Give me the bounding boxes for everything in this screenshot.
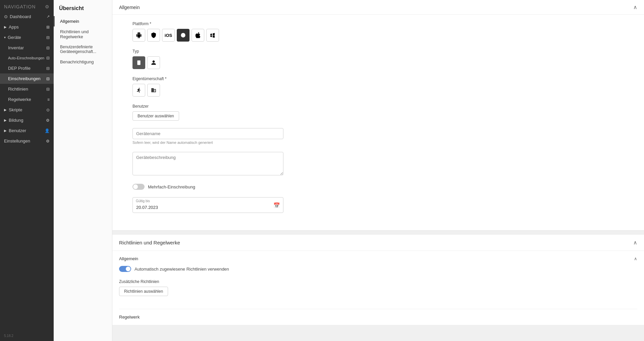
sidebar: NAVIGATION ⚙ ⊙ Dashboard ↗ ▶ Apps ⊞ ▾ Ge… — [0, 0, 54, 341]
sidebar-item-auto-einschreibungen[interactable]: Auto-Einschreibungen ⊟ — [0, 53, 54, 63]
richtlinien-allgemein-subsection: Allgemein ∧ Automatisch zugewiesene Rich… — [112, 251, 644, 309]
sidebar-item-dep-profile[interactable]: DEP Profile ⊟ — [0, 63, 54, 73]
bildung-icon: ⚙ — [46, 118, 50, 123]
platform-android-btn[interactable] — [132, 29, 145, 42]
platform-group: Plattform * iOS — [132, 21, 624, 42]
overview-nav-richtlinien[interactable]: Richtlinien und Regelwerke — [54, 26, 112, 42]
sidebar-item-skripte[interactable]: ▶ Skripte ⊙ — [0, 105, 54, 115]
auto-einschreibungen-icon: ⊟ — [46, 56, 50, 60]
zusaetzliche-group: Zusätzliche Richtlinien Richtlinien ausw… — [119, 279, 637, 296]
platform-ios-btn[interactable]: iOS — [162, 29, 175, 42]
mehrfach-group: Mehrfach-Einschreibung — [132, 184, 624, 190]
bildung-chevron-icon: ▶ — [4, 118, 7, 122]
apps-grid-icon: ⊞ — [46, 25, 50, 30]
automatisch-toggle[interactable] — [119, 266, 131, 272]
geraetename-hint: Sofern leer, wird der Name automatisch g… — [132, 140, 624, 145]
benutzer-select-btn[interactable]: Benutzer auswählen — [132, 111, 179, 121]
einschreibungen-icon: ⊟ — [46, 76, 50, 81]
richtlinien-section-header: Richtlinien und Regelwerke ∧ — [112, 235, 644, 251]
geraetename-group: Sofern leer, wird der Name automatisch g… — [132, 128, 624, 145]
gueltig-bis-input[interactable] — [132, 197, 283, 213]
gueltig-bis-label: Gültig bis — [136, 199, 150, 203]
skripte-icon: ⊙ — [46, 108, 50, 112]
richtlinien-section-title: Richtlinien und Regelwerke — [119, 240, 180, 245]
allgemein-section-header: Allgemein ∧ — [112, 0, 644, 15]
calendar-icon[interactable]: 📅 — [273, 202, 280, 208]
richtlinien-allgemein-chevron[interactable]: ∧ — [634, 256, 637, 261]
benutzer-group: Benutzer Benutzer auswählen — [132, 104, 624, 121]
sidebar-item-richtlinien[interactable]: Richtlinien ⊟ — [0, 84, 54, 94]
type-device-btn[interactable] — [132, 56, 145, 69]
geraetename-input[interactable] — [132, 128, 283, 139]
typ-group: Typ — [132, 49, 624, 69]
version-label: 5.18.2 — [0, 331, 54, 341]
benutzer-icon: 👤 — [45, 128, 50, 133]
einstellungen-icon: ⚙ — [46, 139, 50, 144]
benutzer-group-label: Benutzer — [132, 104, 624, 109]
content-area: Allgemein ∧ Plattform * — [112, 0, 644, 341]
inventar-icon: ⊟ — [46, 46, 50, 50]
regelwerk-section: Regelwerk — [112, 309, 644, 325]
richtlinien-select-btn[interactable]: Richtlinien auswählen — [119, 287, 168, 296]
dep-profile-icon: ⊟ — [46, 66, 50, 71]
section-gap — [112, 231, 644, 235]
overview-nav-benutzerdefined[interactable]: Benutzerdefinierte Geräteeigenschaft... — [54, 42, 112, 57]
platform-circle-btn[interactable] — [177, 29, 190, 42]
type-row — [132, 56, 624, 69]
regelwerke-icon: ≡ — [47, 97, 50, 102]
overview-nav-benachrichtigung[interactable]: Benachrichtigung — [54, 57, 112, 67]
eigentuemschaft-group: Eigentümerschaft * — [132, 76, 624, 97]
automatisch-label: Automatisch zugewiesene Richtlinien verw… — [135, 267, 229, 272]
platform-shield-btn[interactable] — [147, 29, 160, 42]
nav-settings-icon[interactable]: ⚙ — [45, 4, 50, 9]
skripte-chevron-icon: ▶ — [4, 108, 7, 112]
allgemein-section: Allgemein ∧ Plattform * — [112, 0, 644, 231]
platform-apple-btn[interactable] — [192, 29, 204, 42]
sidebar-item-geraete[interactable]: ▾ Geräte ⊟ — [0, 32, 54, 43]
sidebar-item-einstellungen[interactable]: Einstellungen ⚙ — [0, 136, 54, 146]
sidebar-item-einschreibungen[interactable]: Einschreibungen ⊟ — [0, 73, 54, 84]
sidebar-item-bildung[interactable]: ▶ Bildung ⚙ — [0, 115, 54, 125]
svg-point-0 — [181, 33, 185, 37]
platform-label: Plattform * — [132, 21, 624, 26]
richtlinien-collapse-icon[interactable]: ∧ — [633, 239, 637, 246]
platform-windows-btn[interactable] — [206, 29, 219, 42]
ownership-row — [132, 84, 624, 97]
sidebar-item-benutzer[interactable]: ▶ Benutzer 👤 — [0, 125, 54, 136]
allgemein-section-title: Allgemein — [119, 5, 140, 10]
main-area: Übersicht Allgemein Richtlinien und Rege… — [54, 0, 644, 341]
mehrfach-toggle[interactable] — [132, 184, 145, 190]
sidebar-item-regelwerke[interactable]: Regelwerke ≡ — [0, 94, 54, 105]
allgemein-section-body: Plattform * iOS — [112, 15, 644, 230]
geraete-icon: ⊟ — [46, 35, 50, 40]
overview-title: Übersicht — [54, 5, 112, 16]
richtlinien-icon: ⊟ — [46, 87, 50, 92]
overview-nav-allgemein[interactable]: Allgemein — [54, 16, 112, 26]
zusaetzliche-label: Zusätzliche Richtlinien — [119, 279, 637, 284]
regelwerk-title: Regelwerk — [119, 315, 637, 320]
allgemein-collapse-icon[interactable]: ∧ — [633, 4, 637, 10]
mehrfach-label: Mehrfach-Einschreibung — [148, 184, 195, 189]
gueltig-bis-group: Gültig bis 📅 — [132, 197, 624, 213]
nav-label: NAVIGATION ⚙ — [0, 0, 54, 11]
eigentuemschaft-label: Eigentümerschaft * — [132, 76, 624, 81]
dashboard-right-icon: ↗ — [47, 14, 50, 19]
ownership-personal-btn[interactable] — [132, 84, 145, 97]
platform-row: iOS — [132, 29, 624, 42]
overview-panel: Übersicht Allgemein Richtlinien und Rege… — [54, 0, 112, 341]
sidebar-item-apps[interactable]: ▶ Apps ⊞ — [0, 22, 54, 32]
sidebar-item-dashboard[interactable]: ⊙ Dashboard ↗ — [0, 11, 54, 22]
richtlinien-allgemein-title: Allgemein ∧ — [119, 256, 637, 261]
ownership-corporate-btn[interactable] — [147, 84, 160, 97]
geraetebeschreibung-group — [132, 152, 624, 176]
geraetebeschreibung-input[interactable] — [132, 152, 283, 175]
sidebar-item-inventar[interactable]: Inventar ⊟ — [0, 43, 54, 53]
benutzer-chevron-icon: ▶ — [4, 129, 7, 132]
richtlinien-section: Richtlinien und Regelwerke ∧ Allgemein ∧… — [112, 235, 644, 325]
apps-chevron-icon: ▶ — [4, 25, 7, 29]
type-user-btn[interactable] — [147, 56, 160, 69]
automatisch-group: Automatisch zugewiesene Richtlinien verw… — [119, 266, 637, 272]
dashboard-icon: ⊙ — [4, 14, 8, 19]
date-field-wrapper: Gültig bis 📅 — [132, 197, 283, 213]
svg-rect-1 — [137, 60, 140, 65]
